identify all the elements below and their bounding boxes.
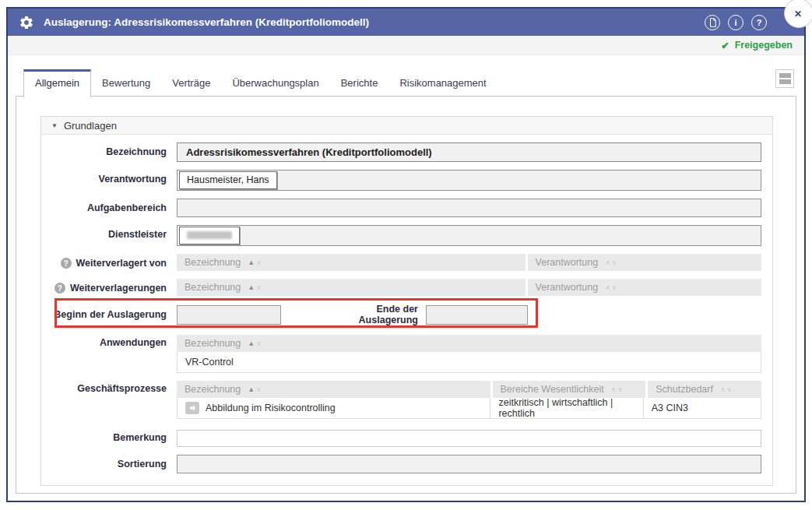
weiterverlagert-von-label-text: Weiterverlagert von	[76, 258, 167, 269]
weiterverlagert-von-col-bezeichnung[interactable]: Bezeichnung ▲∨	[177, 254, 526, 271]
tab-ueberwachungsplan[interactable]: Überwachungsplan	[221, 70, 329, 97]
pdf-export-icon[interactable]	[705, 15, 720, 30]
weiterverlagert-von-col-verantwortung[interactable]: Verantwortung ∧∨	[528, 254, 761, 271]
column-header-label: Bezeichnung	[185, 384, 241, 395]
section-header-grundlagen[interactable]: ▼ Grundlagen	[41, 117, 772, 135]
geschaeftsprozess-name: Abbildung im Risikocontrolling	[206, 403, 336, 413]
status-bar: ✔ Freigegeben	[8, 36, 804, 55]
tab-vertraege[interactable]: Verträge	[161, 70, 221, 97]
schutzbedarf-cell: A3 CIN3	[643, 398, 761, 418]
close-icon: ✕	[794, 9, 802, 19]
status-text: Freigegeben	[735, 40, 793, 51]
dienstleister-label: Dienstleister	[52, 225, 167, 240]
geschaeftsprozesse-col-schutzbedarf[interactable]: Schutzbedarf ∧∨	[648, 381, 761, 398]
sort-icon[interactable]: ▲∨	[248, 339, 262, 347]
row-sortierung: Sortierung	[52, 455, 761, 473]
column-header-label: Bereiche Wesentlichkeit	[501, 384, 604, 395]
beginn-der-auslagerung-input[interactable]	[177, 305, 281, 325]
geschaeftsprozess-table-row[interactable]: Abbildung im Risikocontrolling zeitkriti…	[177, 398, 761, 419]
app-window: Auslagerung: Adressrisikomessverfahren (…	[6, 7, 806, 502]
sort-icon[interactable]: ∧∨	[605, 283, 617, 291]
anwendungen-col-bezeichnung[interactable]: Bezeichnung ▲∨	[177, 335, 761, 352]
anwendung-name-cell: VR-Control	[178, 352, 761, 372]
column-header-label: Schutzbedarf	[656, 384, 713, 395]
bemerkung-label: Bemerkung	[52, 430, 167, 443]
anwendungen-table-row[interactable]: VR-Control	[177, 352, 761, 373]
bezeichnung-label: Bezeichnung	[52, 142, 167, 157]
verantwortung-chip[interactable]: Hausmeister, Hans	[179, 171, 277, 189]
titlebar-actions: i ?	[705, 15, 767, 30]
weiterverlagerungen-label: ? Weiterverlagerungen	[52, 279, 167, 294]
bezeichnung-field: Adressrisikomessverfahren (Kreditportfol…	[177, 142, 761, 162]
tab-berichte[interactable]: Berichte	[330, 70, 389, 97]
bereiche-wesentlichkeit-cell: zeitkritisch | wirtschaftlich | rechtlic…	[490, 398, 642, 418]
tab-allgemein[interactable]: Allgemein	[23, 69, 91, 97]
aufgabenbereich-label: Aufgabenbereich	[52, 199, 167, 213]
sort-icon[interactable]: ▲∨	[248, 259, 262, 266]
geschaeftsprozess-name-cell: Abbildung im Risikocontrolling	[178, 398, 490, 418]
section-title: Grundlagen	[64, 120, 117, 132]
row-geschaeftsprozesse: Geschäftsprozesse Bezeichnung ▲∨ Bereich…	[52, 381, 761, 419]
sort-icon[interactable]: ∧∨	[605, 259, 617, 266]
weiterverlagerungen-col-bezeichnung[interactable]: Bezeichnung ▲∨	[177, 279, 526, 296]
beginn-label: Beginn der Auslagerung	[52, 309, 167, 320]
info-icon[interactable]: i	[728, 15, 743, 30]
help-icon[interactable]: ?	[751, 15, 767, 30]
section-body: Bezeichnung Adressrisikomessverfahren (K…	[41, 135, 772, 485]
dienstleister-field[interactable]	[177, 225, 761, 246]
status-badge: ✔ Freigegeben	[721, 40, 793, 51]
tab-bewertung[interactable]: Bewertung	[91, 70, 161, 97]
window-title: Auslagerung: Adressrisikomessverfahren (…	[44, 16, 369, 28]
close-button[interactable]: ✕	[784, 0, 812, 28]
column-header-label: Bezeichnung	[185, 257, 241, 268]
tab-risikomanagement[interactable]: Risikomanagement	[388, 70, 497, 97]
anwendungen-label: Anwendungen	[52, 335, 167, 348]
redacted-text	[187, 231, 232, 239]
content-area: Allgemein Bewertung Verträge Überwachung…	[8, 55, 804, 494]
row-weiterverlagert-von: ? Weiterverlagert von Bezeichnung ▲∨ Ver	[52, 254, 761, 271]
sort-icon[interactable]: ∧∨	[611, 385, 624, 393]
list-view-toggle-icon[interactable]	[775, 69, 794, 88]
row-aufgabenbereich: Aufgabenbereich	[52, 199, 761, 217]
geschaeftsprozesse-col-bezeichnung[interactable]: Bezeichnung ▲∨	[177, 381, 490, 398]
collapse-caret-icon: ▼	[51, 122, 58, 129]
ende-label: Ende der Auslagerung	[325, 304, 418, 325]
column-header-label: Verantwortung	[536, 257, 599, 268]
verantwortung-field[interactable]: Hausmeister, Hans	[177, 170, 761, 191]
row-weiterverlagerungen: ? Weiterverlagerungen Bezeichnung ▲∨ Ver	[52, 279, 761, 296]
geschaeftsprozesse-label: Geschäftsprozesse	[52, 381, 167, 394]
bemerkung-input[interactable]	[177, 430, 761, 447]
row-dienstleister: Dienstleister	[52, 225, 761, 246]
row-bemerkung: Bemerkung	[52, 430, 761, 447]
sortierung-input[interactable]	[177, 455, 761, 473]
sort-icon[interactable]: ▲∨	[248, 283, 262, 291]
help-bubble-icon[interactable]: ?	[54, 283, 65, 294]
tab-panel: ▼ Grundlagen Bezeichnung Adressrisikomes…	[16, 96, 796, 494]
dienstleister-chip[interactable]	[179, 227, 240, 244]
weiterverlagert-von-label: ? Weiterverlagert von	[52, 254, 167, 269]
sort-icon[interactable]: ▲∨	[248, 385, 262, 393]
aufgabenbereich-input[interactable]	[177, 199, 761, 217]
sort-icon[interactable]: ∧∨	[720, 385, 733, 393]
help-bubble-icon[interactable]: ?	[61, 258, 72, 269]
weiterverlagerungen-label-text: Weiterverlagerungen	[70, 283, 167, 294]
title-bar: Auslagerung: Adressrisikomessverfahren (…	[8, 9, 804, 36]
column-header-label: Bezeichnung	[185, 282, 241, 293]
geschaeftsprozesse-col-bereiche[interactable]: Bereiche Wesentlichkeit ∧∨	[493, 381, 646, 398]
open-link-arrow-icon[interactable]	[185, 402, 199, 414]
row-anwendungen: Anwendungen Bezeichnung ▲∨ VR-Control	[52, 335, 761, 373]
row-verantwortung: Verantwortung Hausmeister, Hans	[52, 170, 761, 191]
column-header-label: Verantwortung	[536, 282, 599, 293]
weiterverlagerungen-col-verantwortung[interactable]: Verantwortung ∧∨	[528, 279, 761, 296]
sortierung-label: Sortierung	[52, 455, 167, 470]
ende-der-auslagerung-input[interactable]	[426, 305, 528, 325]
gear-icon	[19, 15, 34, 30]
column-header-label: Bezeichnung	[185, 338, 241, 349]
tab-bar: Allgemein Bewertung Verträge Überwachung…	[16, 69, 796, 97]
row-auslagerung-zeitraum: Beginn der Auslagerung Ende der Auslager…	[52, 304, 761, 325]
row-bezeichnung: Bezeichnung Adressrisikomessverfahren (K…	[52, 142, 761, 162]
section-grundlagen: ▼ Grundlagen Bezeichnung Adressrisikomes…	[40, 116, 773, 486]
checkmark-icon: ✔	[721, 40, 729, 51]
verantwortung-label: Verantwortung	[52, 170, 167, 185]
